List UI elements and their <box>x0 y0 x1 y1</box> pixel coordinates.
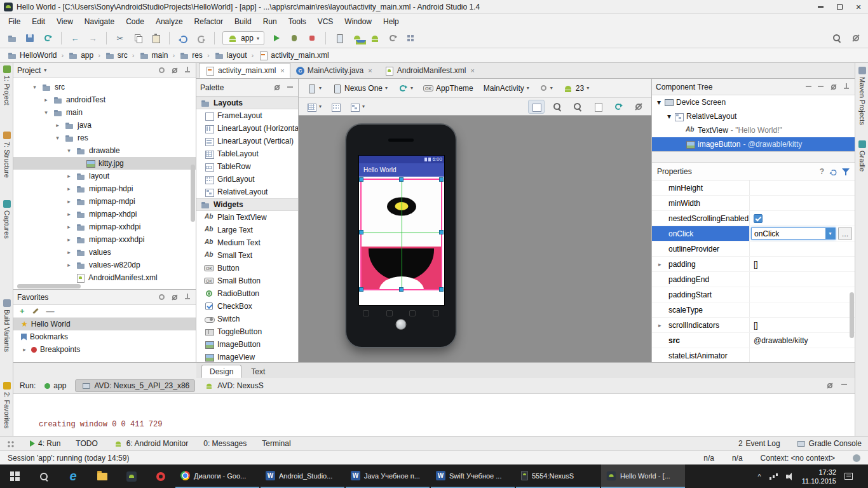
component-device-screen[interactable]: Device Screen <box>652 95 855 109</box>
tab-mainactivity-java[interactable]: MainActivity.java <box>290 63 378 78</box>
property-row-scrollindicators[interactable]: scrollIndicators[] <box>652 318 855 333</box>
selection-handle[interactable] <box>359 230 363 234</box>
settings-icon[interactable] <box>273 83 281 92</box>
hide-panel-icon[interactable] <box>286 83 294 92</box>
expander-icon[interactable] <box>658 322 661 329</box>
action-center-icon[interactable] <box>844 473 853 480</box>
property-row-statelistanimator[interactable]: stateListAnimator <box>652 348 855 362</box>
run-tab-avd-nexus5[interactable]: AVD: Nexus_5_API_23_x86 <box>75 379 195 392</box>
property-row-src[interactable]: src@drawable/kitty <box>652 333 855 348</box>
selection-handle[interactable] <box>439 177 444 182</box>
menu-refactor[interactable]: Refactor <box>189 15 229 28</box>
palette-item-tablelayout[interactable]: TableLayout <box>196 147 298 160</box>
tab-activity-main-xml[interactable]: activity_main.xml <box>199 63 290 78</box>
property-row-outlineprovider[interactable]: outlineProvider <box>652 241 855 257</box>
crumb-res[interactable]: res <box>177 50 205 60</box>
menu-edit[interactable]: Edit <box>26 15 51 28</box>
property-row-paddingstart[interactable]: paddingStart <box>652 287 855 302</box>
component-textview[interactable]: TextView- "Hello World!" <box>652 123 855 137</box>
menu-run[interactable]: Run <box>257 15 283 28</box>
forward-button[interactable] <box>85 30 101 46</box>
panel-splitter[interactable] <box>652 151 855 163</box>
close-tab-icon[interactable] <box>368 67 372 74</box>
grid-mode-button[interactable] <box>328 100 343 113</box>
run-tab-avd-nexuss[interactable]: AVD: NexusS <box>199 379 268 392</box>
taskbar-explorer-button[interactable] <box>88 464 117 488</box>
inspections-profile-icon[interactable] <box>853 454 860 462</box>
project-vertical-scrollbar[interactable] <box>191 165 195 222</box>
api-level-selector[interactable]: 23 <box>560 82 592 95</box>
crumb-main[interactable]: main <box>137 50 170 60</box>
toolbar-item-todo[interactable]: TODO <box>76 439 97 448</box>
preview-settings-button[interactable] <box>631 100 646 113</box>
stripe-tab-project[interactable]: 1: Project <box>0 65 13 105</box>
theme-selector[interactable]: AppTheme <box>421 82 476 95</box>
onclick-browse-button[interactable] <box>838 227 852 240</box>
start-button[interactable] <box>0 464 29 488</box>
back-button[interactable] <box>67 30 83 46</box>
tree-item-main[interactable]: main <box>13 106 196 119</box>
palette-item-button[interactable]: Button <box>196 262 298 274</box>
open-file-button[interactable] <box>4 30 20 46</box>
palette-item-radiobutton[interactable]: RadioButton <box>196 287 298 300</box>
tool-window-switcher-icon[interactable] <box>6 440 15 448</box>
property-row-padding[interactable]: padding[] <box>652 257 855 272</box>
tab-design[interactable]: Design <box>201 365 241 378</box>
selection-handle[interactable] <box>359 177 363 182</box>
property-row-paddingend[interactable]: paddingEnd <box>652 272 855 287</box>
selection-handle[interactable] <box>399 287 403 292</box>
paste-button[interactable] <box>147 30 164 46</box>
onclick-input[interactable] <box>752 229 825 238</box>
hidden-icons-chevron[interactable] <box>758 473 761 480</box>
menu-navigate[interactable]: Navigate <box>79 15 120 28</box>
refresh-preview-button[interactable] <box>611 100 626 113</box>
tab-androidmanifest-xml[interactable]: AndroidManifest.xml <box>378 63 480 78</box>
stop-button[interactable] <box>304 30 320 46</box>
palette-section-layouts[interactable]: Layouts <box>196 97 298 109</box>
crumb-layout[interactable]: layout <box>212 50 249 60</box>
remove-favorite-icon[interactable] <box>46 306 55 316</box>
taskbar-app-emulator[interactable]: 5554:NexusS <box>516 464 600 488</box>
crumb-app[interactable]: app <box>66 50 95 60</box>
toolbar-item-terminal[interactable]: Terminal <box>262 439 290 448</box>
tree-item-mipmap-xxxhdpi[interactable]: mipmap-xxxhdpi <box>13 233 196 246</box>
close-tab-icon[interactable] <box>470 67 474 74</box>
rotation-selector[interactable] <box>395 82 416 95</box>
sdk-manager-button[interactable] <box>349 30 365 46</box>
tree-item-java[interactable]: java <box>13 119 196 132</box>
palette-item-medium-text[interactable]: Medium Text <box>196 236 298 249</box>
tree-item-layout[interactable]: layout <box>13 170 196 182</box>
taskbar-edge-button[interactable] <box>58 464 88 488</box>
device-selector[interactable]: Nexus One <box>329 82 390 95</box>
toolbar-item-run[interactable]: 4: Run <box>30 439 60 448</box>
tree-item-values-w820dp[interactable]: values-w820dp <box>13 259 196 271</box>
filter-icon[interactable] <box>842 168 850 175</box>
menu-tools[interactable]: Tools <box>283 15 312 28</box>
crumb-helloworld[interactable]: HelloWorld <box>5 50 58 60</box>
property-row-minwidth[interactable]: minWidth <box>652 196 855 211</box>
status-encoding-indicator[interactable]: n/a <box>732 454 743 463</box>
project-horizontal-scrollbar[interactable] <box>17 284 81 288</box>
selection-handle[interactable] <box>359 287 363 292</box>
component-imagebutton[interactable]: imageButton- @drawable/kitty <box>652 137 855 151</box>
favorites-item-bookmarks[interactable]: Bookmarks <box>13 330 196 343</box>
synchronize-button[interactable] <box>39 30 56 46</box>
taskbar-app-dialogi[interactable]: Диалоги - Goo... <box>175 464 259 488</box>
palette-item-small-text[interactable]: Small Text <box>196 249 298 262</box>
collapse-all-icon[interactable] <box>158 66 166 74</box>
taskbar-clock[interactable]: 17:32 11.10.2015 <box>802 468 836 485</box>
stripe-tab-structure[interactable]: 7: Structure <box>0 132 13 178</box>
properties-scrollbar[interactable] <box>850 292 854 338</box>
close-button[interactable] <box>849 0 868 13</box>
stripe-tab-captures[interactable]: Captures <box>0 200 13 239</box>
property-row-nestedscrollingenabled[interactable]: nestedScrollingEnabled <box>652 211 855 226</box>
palette-item-imagebutton[interactable]: ImageButton <box>196 338 298 351</box>
palette-item-plain-textview[interactable]: Plain TextView <box>196 211 298 224</box>
menu-help[interactable]: Help <box>377 15 405 28</box>
taskbar-app-java-doc[interactable]: Java Учебное п... <box>346 464 430 488</box>
edit-favorite-icon[interactable] <box>32 308 38 314</box>
tree-item-res[interactable]: res <box>13 132 196 144</box>
gradle-console-button[interactable]: Gradle Console <box>796 438 862 449</box>
taskbar-app-hello-world[interactable]: Hello World - [... <box>601 464 685 488</box>
event-log-button[interactable]: 2Event Log <box>738 439 780 448</box>
